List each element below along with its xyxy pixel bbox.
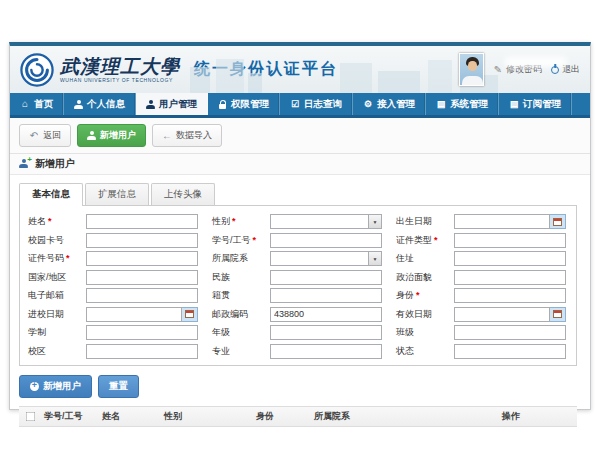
nav-tab[interactable]: 日志查询: [280, 93, 353, 115]
field-input[interactable]: [86, 214, 198, 229]
field-label: 姓名*: [28, 215, 86, 228]
form-field: 姓名*: [28, 214, 200, 229]
field-label: 证件类型*: [396, 234, 454, 247]
form-field: 身份*: [396, 288, 568, 303]
field-label: 电子邮箱: [28, 289, 86, 302]
field-input[interactable]: [86, 307, 182, 322]
table-column-header: 学号/工号: [41, 410, 99, 423]
results-table-header: 学号/工号 姓名 性别 身份 所属院系 操作: [19, 406, 577, 427]
field-input[interactable]: [270, 270, 382, 285]
panel-title: 新增用户: [35, 157, 75, 171]
form-field: 证件号码*: [28, 251, 200, 266]
field-input[interactable]: [86, 288, 198, 303]
form-actions: 新增用户 重置: [19, 375, 581, 398]
form-tab[interactable]: 上传头像: [151, 183, 215, 205]
field-label: 民族: [212, 271, 270, 284]
university-name-en: WUHAN UNIVERSITY OF TECHNOLOGY: [60, 78, 180, 83]
field-input[interactable]: [270, 251, 369, 266]
calendar-button[interactable]: [550, 307, 566, 322]
calendar-icon: [185, 310, 194, 318]
form-tab[interactable]: 基本信息: [19, 183, 83, 206]
field-input[interactable]: [270, 288, 382, 303]
new-user-toolbar-button[interactable]: 新增用户: [77, 124, 146, 147]
back-arrow-icon: [29, 131, 39, 141]
field-input[interactable]: [454, 325, 566, 340]
calendar-button[interactable]: [550, 214, 566, 229]
field-label: 状态: [396, 345, 454, 358]
form-field: 出生日期: [396, 214, 568, 229]
calendar-icon: [553, 310, 562, 318]
field-input[interactable]: [270, 344, 382, 359]
field-label: 证件号码*: [28, 252, 86, 265]
field-input[interactable]: [454, 214, 550, 229]
calendar-button[interactable]: [182, 307, 198, 322]
form-field: 国家/地区: [28, 270, 200, 285]
app-window: 武漢理工大學 WUHAN UNIVERSITY OF TECHNOLOGY 统一…: [9, 42, 591, 410]
field-input[interactable]: [454, 233, 566, 248]
field-input[interactable]: [454, 307, 550, 322]
field-label: 校园卡号: [28, 234, 86, 247]
required-marker: *: [253, 235, 257, 245]
field-input[interactable]: [86, 233, 198, 248]
reset-button[interactable]: 重置: [98, 375, 139, 398]
select-all-cell: [19, 410, 41, 423]
field-input[interactable]: [454, 344, 566, 359]
field-label: 有效日期: [396, 308, 454, 321]
form-field: 学制: [28, 325, 200, 340]
user-add-icon: [87, 131, 96, 140]
field-label: 籍贯: [212, 289, 270, 302]
nav-tab[interactable]: 个人信息: [64, 93, 136, 115]
nav-tab[interactable]: 首页: [10, 93, 64, 115]
data-import-button[interactable]: 数据导入: [152, 124, 222, 147]
nav-tab[interactable]: 接入管理: [353, 93, 426, 115]
field-input[interactable]: [454, 251, 566, 266]
pencil-icon: [493, 65, 503, 75]
field-input[interactable]: [86, 325, 198, 340]
field-input[interactable]: [270, 325, 382, 340]
form-field: 证件类型*: [396, 233, 568, 248]
field-label: 性别*: [212, 215, 270, 228]
field-label: 出生日期: [396, 215, 454, 228]
field-input[interactable]: [454, 270, 566, 285]
nav-tab[interactable]: 权限管理: [208, 93, 280, 115]
field-input[interactable]: [86, 344, 198, 359]
form-tab[interactable]: 扩展信息: [85, 183, 149, 205]
redacted-username-smudge: [504, 57, 568, 67]
form-field: 政治面貌: [396, 270, 568, 285]
add-user-submit-button[interactable]: 新增用户: [19, 375, 92, 398]
form-field: 进校日期: [28, 307, 200, 322]
field-input[interactable]: [270, 233, 382, 248]
app-header: 武漢理工大學 WUHAN UNIVERSITY OF TECHNOLOGY 统一…: [10, 46, 590, 93]
table-column-header: 身份: [253, 410, 311, 423]
select-all-checkbox[interactable]: [25, 411, 35, 421]
form-field: 状态: [396, 344, 568, 359]
page-background: 武漢理工大學 WUHAN UNIVERSITY OF TECHNOLOGY 统一…: [0, 0, 600, 450]
dropdown-arrow-icon[interactable]: [369, 214, 382, 229]
field-label: 身份*: [396, 289, 454, 302]
back-button[interactable]: 返回: [19, 124, 71, 147]
calendar-icon: [553, 218, 562, 226]
required-marker: *: [416, 290, 420, 300]
book-icon: [436, 99, 446, 109]
nav-tab[interactable]: 用户管理: [136, 93, 208, 115]
field-input[interactable]: [86, 270, 198, 285]
nav-tab[interactable]: 系统管理: [426, 93, 499, 115]
nav-tab[interactable]: 订阅管理: [499, 93, 572, 115]
field-label: 班级: [396, 326, 454, 339]
basic-info-tab-content: 姓名*: [19, 205, 577, 366]
field-label: 校区: [28, 345, 86, 358]
field-input[interactable]: [86, 251, 198, 266]
field-label: 邮政编码: [212, 308, 270, 321]
table-column-header: 姓名: [99, 410, 161, 423]
plus-circle-icon: [30, 382, 39, 391]
field-input[interactable]: [270, 214, 369, 229]
form-field: 学号/工号*: [212, 233, 384, 248]
field-input[interactable]: [454, 288, 566, 303]
field-label: 政治面貌: [396, 271, 454, 284]
table-column-header: 性别: [161, 410, 253, 423]
field-input[interactable]: [270, 307, 382, 322]
university-logo-icon: [20, 53, 54, 87]
dropdown-arrow-icon[interactable]: [369, 251, 382, 266]
log-icon: [290, 99, 300, 109]
form-field: 有效日期: [396, 307, 568, 322]
